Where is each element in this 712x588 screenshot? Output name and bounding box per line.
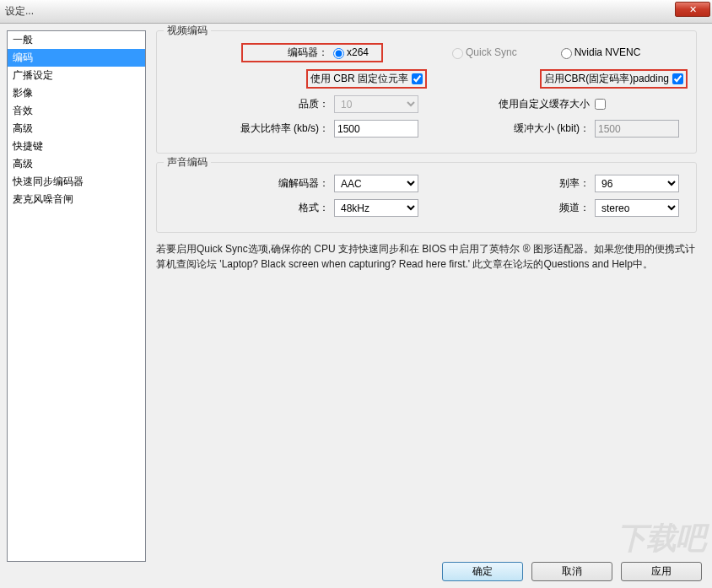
codec-label: 编解码器：	[165, 176, 334, 191]
sidebar-item-hotkeys[interactable]: 快捷键	[8, 138, 145, 155]
video-fieldset: 视频编码 编码器： x264 Quick Sync N	[156, 30, 697, 154]
sidebar-item-advanced[interactable]: 高级	[8, 120, 145, 138]
format-label: 格式：	[165, 201, 334, 215]
encoder-quicksync-radio[interactable]: Quick Sync	[452, 46, 517, 58]
close-button[interactable]: ✕	[675, 2, 710, 17]
sidebar-item-encoding[interactable]: 编码	[8, 49, 145, 67]
sidebar-item-audio[interactable]: 音效	[8, 102, 145, 120]
max-bitrate-label: 最大比特率 (kb/s)：	[165, 121, 334, 136]
quality-select[interactable]: 10	[334, 95, 418, 113]
window-body: 一般 编码 广播设定 影像 音效 高级 快捷键 高级 快速同步编码器 麦克风噪音…	[0, 24, 712, 555]
quality-label: 品质：	[165, 97, 334, 111]
sidebar-item-video[interactable]: 影像	[8, 84, 145, 102]
cbr-checkbox[interactable]	[412, 73, 423, 84]
cbr-padding-label: 启用CBR(固定码率)padding	[544, 72, 669, 86]
apply-button[interactable]: 应用	[621, 562, 702, 581]
sidebar-item-advanced2[interactable]: 高级	[8, 155, 145, 173]
codec-select[interactable]: AAC	[334, 175, 418, 192]
sidebar-item-broadcast[interactable]: 广播设定	[8, 67, 145, 84]
buffer-size-label: 缓冲大小 (kbit)：	[427, 121, 595, 136]
sidebar: 一般 编码 广播设定 影像 音效 高级 快捷键 高级 快速同步编码器 麦克风噪音…	[7, 30, 146, 562]
cancel-button[interactable]: 取消	[531, 562, 612, 581]
channel-label: 频道：	[427, 201, 595, 215]
sidebar-item-general[interactable]: 一般	[8, 31, 145, 49]
cbr-padding-checkbox[interactable]	[672, 73, 683, 84]
audio-legend: 声音编码	[164, 155, 211, 170]
ok-button[interactable]: 确定	[442, 562, 523, 581]
cbr-highlight: 使用 CBR 固定位元率	[306, 69, 427, 89]
custom-buffer-checkbox[interactable]	[595, 99, 606, 110]
close-icon: ✕	[689, 4, 697, 15]
button-row: 确定 取消 应用	[442, 562, 702, 581]
video-legend: 视频编码	[164, 24, 211, 38]
bitrate-select[interactable]: 96	[595, 175, 679, 192]
content-panel: 视频编码 编码器： x264 Quick Sync N	[156, 30, 705, 548]
encoder-x264-radio[interactable]: x264	[333, 46, 369, 58]
max-bitrate-input[interactable]	[334, 120, 418, 138]
channel-select[interactable]: stereo	[595, 199, 679, 217]
x264-radio-input[interactable]	[333, 48, 344, 59]
nvenc-radio-input[interactable]	[561, 48, 572, 59]
bitrate-label: 别率：	[427, 176, 595, 191]
info-text: 若要启用Quick Sync选项,确保你的 CPU 支持快速同步和在 BIOS …	[156, 241, 697, 272]
encoder-nvenc-radio[interactable]: Nvidia NVENC	[561, 46, 641, 58]
titlebar: 设定... ✕	[0, 0, 712, 24]
buffer-size-input[interactable]	[595, 120, 679, 138]
sidebar-item-noisegate[interactable]: 麦克风噪音闸	[8, 191, 145, 208]
cbr-padding-highlight: 启用CBR(固定码率)padding	[540, 69, 688, 89]
encoder-label: 编码器：	[245, 46, 333, 60]
quicksync-radio-input[interactable]	[452, 48, 463, 59]
format-select[interactable]: 48kHz	[334, 199, 418, 217]
encoder-highlight: 编码器： x264	[241, 43, 383, 62]
custom-buffer-label: 使用自定义缓存大小	[427, 97, 595, 111]
window-title: 设定...	[5, 4, 34, 19]
cbr-label: 使用 CBR 固定位元率	[310, 72, 408, 86]
audio-fieldset: 声音编码 编解码器： AAC 别率： 96	[156, 162, 697, 233]
sidebar-item-quicksync[interactable]: 快速同步编码器	[8, 173, 145, 191]
